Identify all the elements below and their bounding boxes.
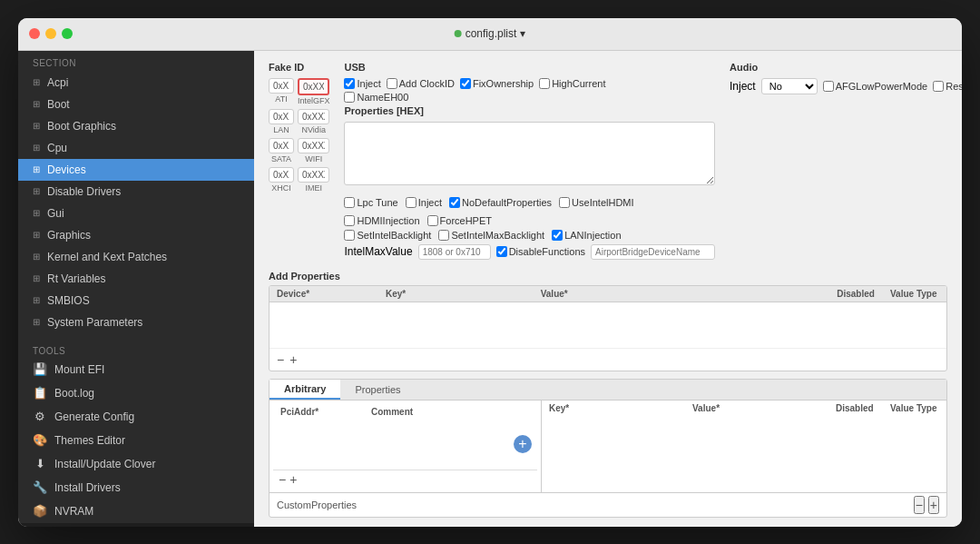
boot-graphics-label: Boot Graphics: [47, 120, 116, 133]
sidebar-item-acpi[interactable]: ⊞ Acpi: [18, 72, 254, 94]
inject-opt-label[interactable]: Inject: [406, 197, 442, 208]
sidebar-tool-mount-efi[interactable]: 💾 Mount EFI: [18, 358, 254, 381]
set-intel-backlight-checkbox[interactable]: [344, 230, 355, 241]
themes-editor-label: Themes Editor: [54, 434, 125, 447]
remove-custom-property-button[interactable]: −: [914, 496, 925, 514]
boot-log-icon: 📋: [33, 386, 47, 401]
set-intel-max-backlight-checkbox[interactable]: [438, 230, 449, 241]
sidebar-item-cpu[interactable]: ⊞ Cpu: [18, 137, 254, 159]
remove-property-button[interactable]: −: [277, 352, 284, 367]
audio-inject-select[interactable]: No Yes Detect: [761, 78, 818, 94]
fix-ownership-text: FixOwnership: [473, 78, 534, 89]
themes-editor-icon: 🎨: [33, 433, 47, 448]
force-hpet-label[interactable]: ForceHPET: [427, 215, 492, 226]
install-drivers-icon: 🔧: [33, 480, 47, 495]
add-custom-property-button[interactable]: +: [928, 496, 939, 514]
afg-label[interactable]: AFGLowPowerMode: [823, 81, 928, 92]
properties-hex-input[interactable]: [344, 122, 715, 185]
audio-title: Audio: [730, 62, 947, 73]
fake-id-grid: ATI IntelGFX LAN: [269, 78, 329, 193]
fake-id-sata-input[interactable]: [269, 138, 294, 153]
sidebar-item-smbios[interactable]: ⊞ SMBIOS: [18, 290, 254, 312]
fake-id-imei-input[interactable]: [298, 167, 330, 183]
inject-checkbox[interactable]: [344, 78, 355, 89]
hdmi-injection-checkbox[interactable]: [344, 215, 355, 226]
mount-efi-label: Mount EFI: [54, 363, 104, 376]
sidebar-item-boot[interactable]: ⊞ Boot: [18, 94, 254, 115]
sidebar-tool-generate-config[interactable]: ⚙ Generate Config: [18, 405, 254, 429]
fake-id-lan-input[interactable]: [269, 109, 294, 124]
disable-functions-text: DisableFunctions: [509, 246, 585, 257]
add-pciaddr-button-2[interactable]: +: [289, 472, 297, 487]
no-default-properties-label[interactable]: NoDefaultProperties: [449, 197, 552, 208]
system-parameters-icon: ⊞: [33, 317, 40, 327]
fake-id-intelgfx-input[interactable]: [298, 78, 330, 95]
fix-ownership-label[interactable]: FixOwnership: [460, 78, 534, 89]
inject-checkbox-label[interactable]: Inject: [344, 78, 380, 89]
high-current-text: HighCurrent: [552, 78, 605, 89]
use-intel-hdmi-checkbox[interactable]: [559, 197, 570, 208]
minimize-button[interactable]: [45, 28, 56, 39]
fake-id-ati-input[interactable]: [269, 78, 294, 94]
add-property-button[interactable]: +: [289, 352, 297, 367]
add-clock-id-checkbox[interactable]: [387, 78, 397, 89]
name-eh00-checkbox[interactable]: [344, 92, 355, 103]
reset-hda-checkbox[interactable]: [933, 81, 944, 92]
disable-functions-label[interactable]: DisableFunctions: [496, 246, 585, 257]
lan-injection-checkbox[interactable]: [552, 230, 563, 241]
graphics-icon: ⊞: [33, 230, 40, 240]
set-intel-backlight-label[interactable]: SetIntelBacklight: [344, 230, 431, 241]
bottom-footer: CustomProperties − +: [270, 492, 946, 517]
hdmi-injection-label[interactable]: HDMIInjection: [344, 215, 419, 226]
disable-functions-checkbox[interactable]: [496, 246, 507, 257]
fake-id-wifi-input[interactable]: [298, 138, 330, 153]
reset-hda-label[interactable]: ResetHDA: [933, 81, 962, 92]
high-current-label[interactable]: HighCurrent: [539, 78, 605, 89]
sidebar-item-system-parameters[interactable]: ⊞ System Parameters: [18, 312, 254, 333]
tab-arbitrary[interactable]: Arbitrary: [270, 380, 340, 400]
fake-id-nvidia-input[interactable]: [298, 109, 330, 124]
tab-properties[interactable]: Properties: [340, 380, 415, 400]
sidebar-tool-install-drivers[interactable]: 🔧 Install Drivers: [18, 476, 254, 499]
sidebar-item-kernel[interactable]: ⊞ Kernel and Kext Patches: [18, 246, 254, 268]
airport-input[interactable]: [591, 244, 715, 260]
sidebar-item-rt-variables[interactable]: ⊞ Rt Variables: [18, 268, 254, 290]
force-hpet-checkbox[interactable]: [427, 215, 438, 226]
inject-opt-checkbox[interactable]: [406, 197, 416, 208]
name-eh00-label[interactable]: NameEH00: [344, 92, 408, 103]
sidebar-item-boot-graphics[interactable]: ⊞ Boot Graphics: [18, 115, 254, 137]
sidebar-item-devices[interactable]: ⊞ Devices: [18, 159, 254, 181]
fix-ownership-checkbox[interactable]: [460, 78, 471, 89]
fake-id-xhci-input[interactable]: [269, 167, 294, 183]
maximize-button[interactable]: [62, 28, 73, 39]
remove-pciaddr-button[interactable]: −: [279, 472, 286, 487]
set-intel-max-backlight-text: SetIntelMaxBacklight: [451, 230, 544, 241]
disable-drivers-icon: ⊞: [33, 186, 40, 196]
title-text: config.plist: [466, 27, 517, 40]
sidebar-item-graphics[interactable]: ⊞ Graphics: [18, 224, 254, 246]
set-intel-max-backlight-label[interactable]: SetIntelMaxBacklight: [438, 230, 544, 241]
intel-max-input[interactable]: [418, 244, 491, 260]
close-button[interactable]: [29, 28, 40, 39]
boot-icon: ⊞: [33, 99, 40, 109]
use-intel-hdmi-label[interactable]: UseIntelHDMI: [559, 197, 633, 208]
sidebar-tool-boot-log[interactable]: 📋 Boot.log: [18, 381, 254, 405]
unsaved-indicator: [455, 30, 462, 37]
add-clock-id-label[interactable]: Add ClockID: [387, 78, 455, 89]
sidebar-tool-themes-editor[interactable]: 🎨 Themes Editor: [18, 429, 254, 452]
lpc-tune-label[interactable]: Lpc Tune: [344, 197, 397, 208]
sidebar-item-disable-drivers[interactable]: ⊞ Disable Drivers: [18, 181, 254, 203]
sidebar-tool-install-clover[interactable]: ⬇ Install/Update Clover: [18, 452, 254, 476]
sidebar-tool-nvram[interactable]: 📦 NVRAM: [18, 499, 254, 523]
usb-section: USB Inject Add ClockID: [344, 62, 715, 260]
bottom-footer-buttons: − +: [914, 496, 939, 514]
wifi-label: WIFI: [298, 154, 330, 163]
afg-checkbox[interactable]: [823, 81, 834, 92]
lan-injection-label[interactable]: LANInjection: [552, 230, 621, 241]
fake-id-xhci: XHCI: [269, 167, 294, 193]
lpc-tune-checkbox[interactable]: [344, 197, 355, 208]
no-default-properties-checkbox[interactable]: [449, 197, 460, 208]
high-current-checkbox[interactable]: [539, 78, 550, 89]
sidebar-item-gui[interactable]: ⊞ Gui: [18, 203, 254, 224]
add-pciaddr-button[interactable]: +: [514, 435, 532, 453]
